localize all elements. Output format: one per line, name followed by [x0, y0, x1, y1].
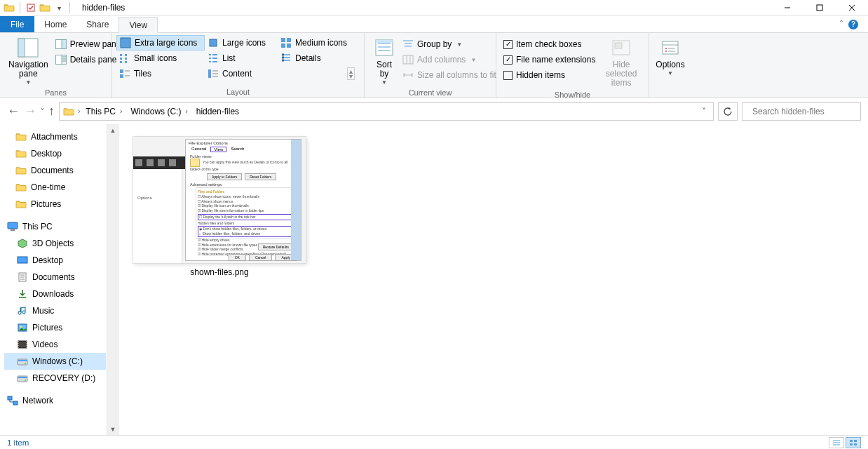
- status-item-count: 1 item: [7, 438, 29, 447]
- tab-share[interactable]: Share: [76, 16, 118, 32]
- navpane-scrollbar[interactable]: ▲ ▼: [107, 124, 118, 435]
- svg-point-42: [20, 326, 22, 328]
- window-minimize-button[interactable]: [771, 0, 803, 16]
- folder-icon: [15, 165, 27, 176]
- svg-rect-15: [121, 38, 130, 48]
- group-label-layout: Layout: [116, 87, 360, 98]
- layout-content[interactable]: Content: [205, 66, 278, 81]
- layout-label: List: [222, 53, 236, 63]
- svg-rect-46: [850, 443, 853, 445]
- tree-item[interactable]: 3D Objects: [4, 235, 106, 252]
- layout-small-icons[interactable]: Small icons: [116, 51, 205, 66]
- address-dropdown-icon[interactable]: ˅: [696, 107, 712, 116]
- qat-properties-icon[interactable]: [25, 2, 36, 13]
- tree-item[interactable]: Attachments: [13, 128, 106, 145]
- tree-item[interactable]: Music: [4, 302, 106, 319]
- tree-item[interactable]: Desktop: [4, 252, 106, 269]
- tab-home[interactable]: Home: [34, 16, 76, 32]
- help-icon[interactable]: ?: [848, 20, 858, 29]
- navigation-pane-button[interactable]: Navigation pane ▼: [4, 35, 53, 88]
- chevron-right-icon[interactable]: ›: [120, 107, 122, 115]
- folder-icon: [15, 199, 27, 210]
- layout-tiles[interactable]: Tiles: [116, 66, 205, 81]
- tree-item[interactable]: Documents: [4, 269, 106, 286]
- options-button[interactable]: Options ▼: [651, 35, 689, 79]
- window-maximize-button[interactable]: [803, 0, 836, 16]
- group-by-button[interactable]: Group by ▼: [400, 36, 499, 52]
- sort-by-button[interactable]: Sort by ▼: [369, 35, 400, 88]
- tab-file[interactable]: File: [0, 16, 34, 32]
- tree-label: This PC: [22, 222, 53, 232]
- refresh-button[interactable]: [718, 102, 738, 121]
- recent-locations-button[interactable]: ˅: [41, 107, 44, 115]
- breadcrumb-segment[interactable]: This PC›: [81, 103, 126, 120]
- chevron-right-icon[interactable]: ›: [76, 107, 81, 115]
- hidden-items-toggle[interactable]: Hidden items: [501, 67, 598, 83]
- chevron-down-icon: ▼: [456, 41, 462, 48]
- search-input[interactable]: [751, 106, 859, 117]
- tree-item-thispc[interactable]: This PC: [4, 218, 106, 235]
- content-icon: [208, 68, 219, 79]
- medium-icons-icon: [280, 37, 292, 48]
- tree-item[interactable]: Desktop: [13, 145, 106, 162]
- downloads-icon: [17, 288, 28, 300]
- layout-details[interactable]: Details: [278, 51, 358, 66]
- item-check-boxes-toggle[interactable]: ✓ Item check boxes: [501, 36, 598, 52]
- layout-list[interactable]: List: [205, 51, 278, 66]
- extra-large-icons-icon: [120, 37, 131, 48]
- svg-rect-17: [281, 38, 285, 42]
- file-item[interactable]: Options File Explorer Options GeneralVie…: [133, 137, 306, 277]
- qat-newfolder-icon[interactable]: [39, 2, 50, 13]
- hide-selected-icon: [610, 36, 632, 59]
- back-button[interactable]: ←: [7, 104, 20, 119]
- breadcrumb-segment[interactable]: hidden-files: [192, 103, 243, 120]
- navigation-bar: ← → ˅ ↑ › This PC› Windows (C:)› hidden-…: [0, 98, 868, 124]
- qat-dropdown-icon[interactable]: ▾: [53, 2, 65, 13]
- tree-item[interactable]: Pictures: [4, 319, 106, 336]
- tree-item[interactable]: RECOVERY (D:): [4, 370, 106, 387]
- file-list[interactable]: Options File Explorer Options GeneralVie…: [119, 124, 868, 435]
- tree-item[interactable]: Downloads: [4, 286, 106, 302]
- layout-medium-icons[interactable]: Medium icons: [278, 35, 358, 51]
- folder-icon: [15, 148, 27, 159]
- view-largeicons-button[interactable]: [846, 437, 861, 448]
- group-by-label: Group by: [417, 39, 452, 49]
- hide-selected-items-button[interactable]: Hide selected items: [598, 35, 644, 90]
- layout-extra-large-icons[interactable]: Extra large icons: [116, 35, 205, 51]
- navigation-pane: Attachments Desktop Documents One-time P…: [0, 124, 119, 435]
- size-columns-icon: [402, 69, 414, 81]
- scroll-down-icon[interactable]: ▼: [107, 423, 118, 435]
- view-details-button[interactable]: [829, 437, 844, 448]
- tree-item[interactable]: Pictures: [13, 196, 106, 213]
- forward-button[interactable]: →: [24, 104, 36, 119]
- layout-large-icons[interactable]: Large icons: [205, 35, 278, 51]
- search-box[interactable]: [742, 102, 861, 121]
- group-label-showhide: Show/hide: [501, 90, 644, 100]
- file-name-extensions-toggle[interactable]: ✓ File name extensions: [501, 52, 598, 67]
- file-name-extensions-label: File name extensions: [516, 55, 595, 65]
- breadcrumb-segment[interactable]: Windows (C:)›: [126, 103, 191, 120]
- ribbon-collapse-icon[interactable]: ˆ: [840, 20, 843, 29]
- svg-rect-14: [62, 55, 67, 65]
- up-button[interactable]: ↑: [48, 104, 55, 119]
- svg-rect-28: [120, 74, 123, 78]
- tree-item[interactable]: Videos: [4, 336, 106, 353]
- svg-rect-18: [287, 38, 291, 42]
- size-columns-button[interactable]: Size all columns to fit: [400, 67, 499, 83]
- tab-view[interactable]: View: [118, 17, 158, 33]
- layout-label: Small icons: [134, 53, 177, 63]
- layout-scroll-icon[interactable]: ▴▾: [347, 67, 355, 80]
- scroll-up-icon[interactable]: ▲: [107, 124, 118, 136]
- add-columns-button[interactable]: Add columns ▼: [400, 52, 499, 67]
- chevron-right-icon[interactable]: ›: [185, 107, 187, 115]
- drive-icon: [17, 356, 28, 367]
- window-close-button[interactable]: [836, 0, 868, 16]
- tree-item-network[interactable]: Network: [4, 392, 106, 409]
- ribbon: Navigation pane ▼ Preview pane Details p…: [0, 33, 868, 98]
- tree-item-selected[interactable]: Windows (C:): [4, 353, 106, 370]
- tree-item[interactable]: Documents: [13, 162, 106, 179]
- tree-item[interactable]: One-time: [13, 179, 106, 196]
- pictures-icon: [17, 322, 28, 333]
- add-columns-label: Add columns: [417, 55, 466, 65]
- address-bar[interactable]: › This PC› Windows (C:)› hidden-files ˅: [59, 102, 714, 121]
